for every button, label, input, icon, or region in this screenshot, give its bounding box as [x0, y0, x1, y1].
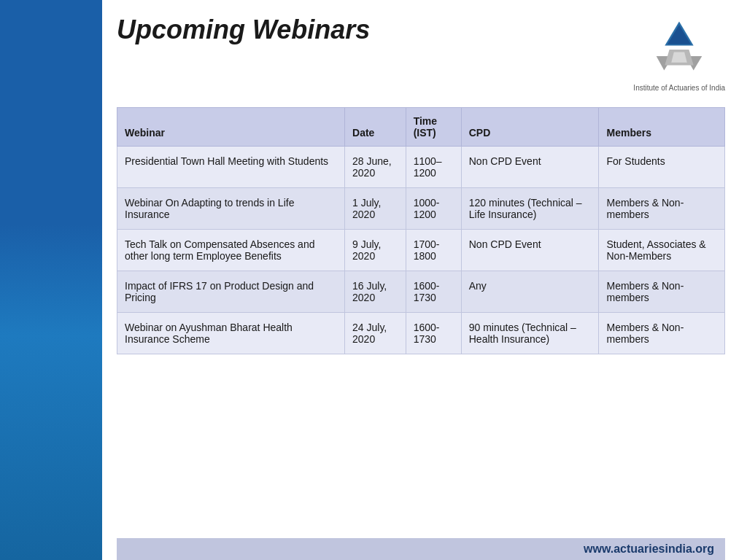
webinars-table-container: Webinar Date Time(IST) CPD Members Presi…: [117, 107, 725, 538]
cell-cpd: Any: [461, 271, 599, 313]
cell-cpd: 90 minutes (Technical – Health Insurance…: [461, 313, 599, 354]
col-header-webinar: Webinar: [117, 108, 345, 147]
cell-date: 1 July, 2020: [345, 188, 406, 230]
logo-label: Institute of Actuaries of India: [633, 83, 725, 93]
cell-members: Members & Non-members: [599, 313, 725, 354]
col-header-cpd: CPD: [461, 108, 599, 147]
table-row: Tech Talk on Compensated Absences and ot…: [117, 230, 725, 271]
iai-logo-icon: [646, 18, 712, 80]
table-row: Webinar on Ayushman Bharat Health Insura…: [117, 313, 725, 354]
cell-time: 1100–1200: [406, 147, 461, 188]
cell-date: 24 July, 2020: [345, 313, 406, 354]
cell-time: 1700-1800: [406, 230, 461, 271]
col-header-members: Members: [599, 108, 725, 147]
cell-members: For Students: [599, 147, 725, 188]
cell-webinar: Impact of IFRS 17 on Product Design and …: [117, 271, 345, 313]
header: Upcoming Webinars Institute of Actuaries…: [117, 15, 725, 93]
cell-date: 9 July, 2020: [345, 230, 406, 271]
cell-time: 1600-1730: [406, 313, 461, 354]
table-row: Impact of IFRS 17 on Product Design and …: [117, 271, 725, 313]
cell-webinar: Webinar On Adapting to trends in Life In…: [117, 188, 345, 230]
cell-members: Student, Associates & Non-Members: [599, 230, 725, 271]
table-row: Webinar On Adapting to trends in Life In…: [117, 188, 725, 230]
col-header-date: Date: [345, 108, 406, 147]
sidebar: [0, 0, 102, 560]
svg-marker-4: [671, 52, 686, 63]
cell-webinar: Presidential Town Hall Meeting with Stud…: [117, 147, 345, 188]
logo-container: Institute of Actuaries of India: [633, 18, 725, 93]
footer-bar: www.actuariesindia.org: [117, 538, 725, 560]
cell-members: Members & Non-members: [599, 271, 725, 313]
main-content: Upcoming Webinars Institute of Actuaries…: [102, 0, 747, 560]
page-title: Upcoming Webinars: [117, 15, 370, 45]
cell-webinar: Tech Talk on Compensated Absences and ot…: [117, 230, 345, 271]
svg-marker-5: [667, 25, 691, 44]
table-row: Presidential Town Hall Meeting with Stud…: [117, 147, 725, 188]
col-header-time: Time(IST): [406, 108, 461, 147]
footer-url: www.actuariesindia.org: [584, 542, 714, 556]
cell-time: 1600-1730: [406, 271, 461, 313]
table-body: Presidential Town Hall Meeting with Stud…: [117, 147, 725, 354]
table-header-row: Webinar Date Time(IST) CPD Members: [117, 108, 725, 147]
cell-cpd: Non CPD Event: [461, 147, 599, 188]
cell-webinar: Webinar on Ayushman Bharat Health Insura…: [117, 313, 345, 354]
webinars-table: Webinar Date Time(IST) CPD Members Presi…: [117, 107, 725, 354]
cell-cpd: 120 minutes (Technical – Life Insurance): [461, 188, 599, 230]
cell-cpd: Non CPD Event: [461, 230, 599, 271]
cell-time: 1000-1200: [406, 188, 461, 230]
cell-date: 28 June, 2020: [345, 147, 406, 188]
cell-members: Members & Non-members: [599, 188, 725, 230]
cell-date: 16 July, 2020: [345, 271, 406, 313]
